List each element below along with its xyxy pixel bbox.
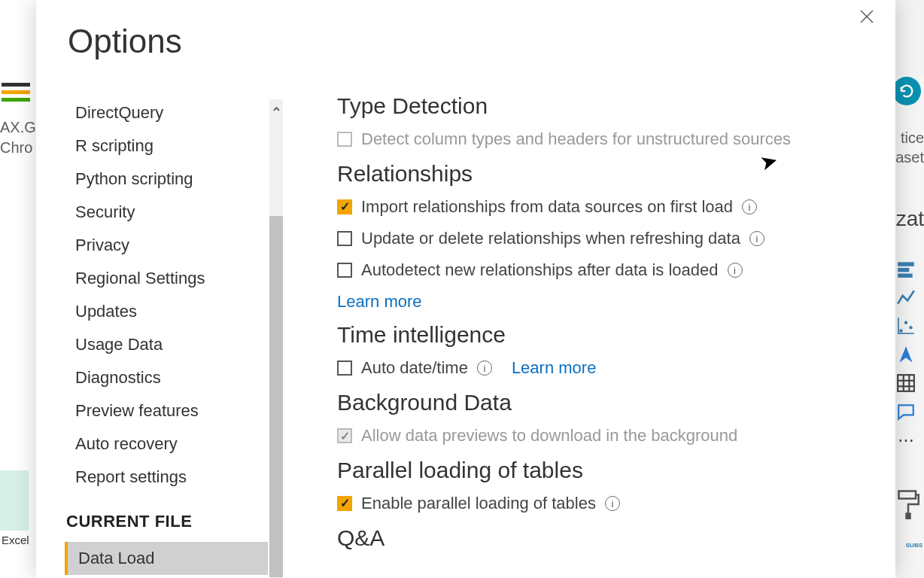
bg-text: AX.G bbox=[0, 119, 36, 136]
checkbox-icon bbox=[337, 132, 352, 147]
option-import-relationships[interactable]: Import relationships from data sources o… bbox=[337, 197, 894, 217]
svg-rect-7 bbox=[898, 333, 914, 334]
option-label: Allow data previews to download in the b… bbox=[361, 426, 737, 446]
checkbox-icon[interactable] bbox=[337, 199, 352, 214]
sidebar-item-report-settings[interactable]: Report settings bbox=[65, 461, 268, 494]
sidebar-item-updates[interactable]: Updates bbox=[65, 295, 268, 328]
bg-text: SUBS bbox=[906, 542, 922, 549]
line-chart-icon bbox=[894, 285, 918, 309]
option-update-delete-relationships[interactable]: Update or delete relationships when refr… bbox=[337, 229, 894, 248]
refresh-icon bbox=[892, 77, 921, 105]
option-label: Detect column types and headers for unst… bbox=[361, 129, 791, 149]
option-label: Autodetect new relationships after data … bbox=[361, 260, 719, 280]
option-enable-parallel-loading[interactable]: Enable parallel loading of tables i bbox=[337, 494, 894, 513]
sidebar-item-directquery[interactable]: DirectQuery bbox=[65, 96, 268, 129]
svg-point-5 bbox=[909, 326, 912, 329]
svg-point-4 bbox=[904, 321, 907, 324]
sidebar-item-privacy[interactable]: Privacy bbox=[65, 229, 268, 262]
stacked-bar-icon bbox=[894, 257, 918, 281]
info-icon[interactable]: i bbox=[749, 231, 764, 246]
option-allow-background-previews: Allow data previews to download in the b… bbox=[337, 426, 894, 446]
option-label: Enable parallel loading of tables bbox=[361, 494, 596, 513]
option-label: Update or delete relationships when refr… bbox=[361, 229, 740, 248]
scrollbar-thumb[interactable] bbox=[269, 216, 283, 577]
bg-text: zat bbox=[896, 207, 924, 231]
sidebar-item-r-scripting[interactable]: R scripting bbox=[65, 129, 268, 163]
arrow-icon bbox=[894, 342, 918, 367]
section-parallel-loading: Parallel loading of tables bbox=[337, 458, 894, 483]
close-button[interactable] bbox=[858, 8, 880, 30]
sidebar: DirectQuery R scripting Python scripting… bbox=[65, 96, 283, 578]
sidebar-item-data-load[interactable]: Data Load bbox=[65, 542, 268, 575]
section-relationships: Relationships bbox=[337, 161, 894, 187]
svg-point-3 bbox=[899, 329, 902, 332]
svg-rect-0 bbox=[898, 262, 914, 266]
info-icon[interactable]: i bbox=[742, 199, 757, 214]
svg-rect-2 bbox=[898, 274, 913, 278]
sidebar-scrollbar[interactable]: ⌃ bbox=[269, 99, 283, 578]
bg-left-icon bbox=[2, 79, 30, 105]
sidebar-item-preview-features[interactable]: Preview features bbox=[65, 394, 268, 427]
bg-highlight bbox=[0, 470, 29, 531]
dialog-title: Options bbox=[68, 23, 182, 60]
bg-text: aset bbox=[895, 149, 924, 166]
more-icon: ⋯ bbox=[894, 428, 918, 452]
sidebar-item-python-scripting[interactable]: Python scripting bbox=[65, 163, 268, 196]
sidebar-item-regional-settings[interactable]: Regional Settings bbox=[65, 262, 268, 295]
checkbox-icon[interactable] bbox=[337, 496, 352, 511]
sidebar-section-header: CURRENT FILE bbox=[65, 494, 268, 542]
checkbox-icon bbox=[337, 428, 352, 443]
bg-text: Excel bbox=[2, 534, 29, 546]
svg-rect-13 bbox=[899, 491, 916, 499]
option-autodetect-relationships[interactable]: Autodetect new relationships after data … bbox=[337, 260, 894, 280]
checkbox-icon[interactable] bbox=[337, 360, 352, 376]
svg-rect-6 bbox=[898, 318, 899, 334]
chevron-up-icon[interactable]: ⌃ bbox=[269, 104, 283, 122]
section-type-detection: Type Detection bbox=[337, 93, 894, 119]
section-time-intelligence: Time intelligence bbox=[337, 322, 894, 348]
option-auto-date-time[interactable]: Auto date/time i Learn more bbox=[337, 358, 894, 378]
bg-text: Chro bbox=[0, 139, 32, 157]
learn-more-link[interactable]: Learn more bbox=[337, 292, 894, 312]
learn-more-link[interactable]: Learn more bbox=[512, 358, 597, 378]
sidebar-item-usage-data[interactable]: Usage Data bbox=[65, 328, 268, 361]
checkbox-icon[interactable] bbox=[337, 263, 352, 278]
scatter-icon bbox=[894, 314, 918, 338]
info-icon[interactable]: i bbox=[605, 496, 620, 511]
section-background-data: Background Data bbox=[337, 390, 894, 415]
sidebar-list: DirectQuery R scripting Python scripting… bbox=[65, 96, 268, 578]
sidebar-item-regional-settings-file[interactable]: Regional Settings bbox=[65, 575, 268, 578]
paint-roller-icon bbox=[897, 489, 919, 522]
section-qa: Q&A bbox=[337, 525, 894, 551]
svg-rect-8 bbox=[898, 375, 914, 391]
sidebar-item-security[interactable]: Security bbox=[65, 196, 268, 229]
comment-icon bbox=[894, 400, 918, 424]
bg-text: tice bbox=[901, 129, 924, 147]
sidebar-item-diagnostics[interactable]: Diagnostics bbox=[65, 361, 268, 394]
viz-icons: ⋯ bbox=[894, 252, 921, 457]
checkbox-icon[interactable] bbox=[337, 231, 352, 246]
svg-rect-14 bbox=[907, 514, 910, 520]
option-label: Import relationships from data sources o… bbox=[361, 197, 733, 217]
option-label: Auto date/time bbox=[361, 358, 468, 378]
info-icon[interactable]: i bbox=[728, 263, 743, 278]
content-pane: Type Detection Detect column types and h… bbox=[337, 89, 894, 578]
info-icon[interactable]: i bbox=[477, 360, 492, 376]
option-detect-column-types: Detect column types and headers for unst… bbox=[337, 129, 894, 149]
sidebar-item-auto-recovery[interactable]: Auto recovery bbox=[65, 427, 268, 461]
matrix-icon bbox=[894, 371, 918, 395]
options-dialog: Options DirectQuery R scripting Python s… bbox=[36, 0, 895, 578]
svg-rect-1 bbox=[898, 268, 909, 272]
